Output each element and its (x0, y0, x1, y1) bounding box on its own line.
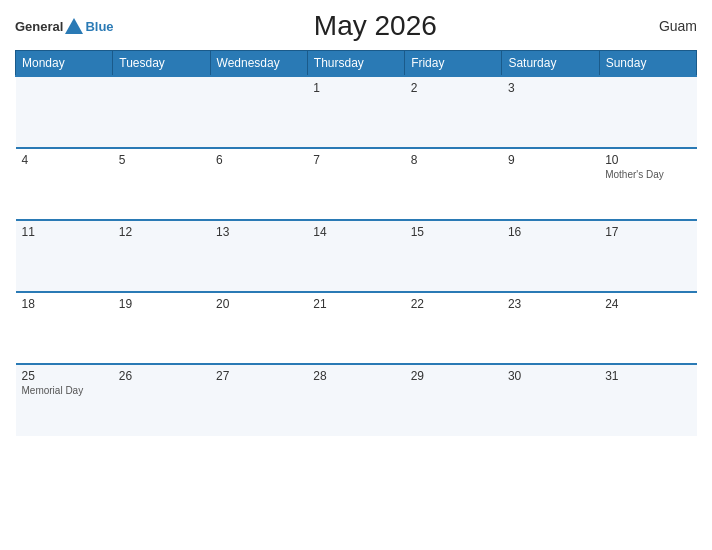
logo: General Blue (15, 18, 114, 34)
weekday-header: Thursday (307, 51, 404, 77)
header: General Blue May 2026 Guam (15, 10, 697, 42)
logo-triangle-icon (65, 18, 83, 34)
calendar-cell (16, 76, 113, 148)
weekday-header: Tuesday (113, 51, 210, 77)
calendar-cell: 20 (210, 292, 307, 364)
day-number: 23 (508, 297, 593, 311)
day-number: 11 (22, 225, 107, 239)
weekday-header: Saturday (502, 51, 599, 77)
calendar-cell: 31 (599, 364, 696, 436)
day-number: 15 (411, 225, 496, 239)
day-number: 26 (119, 369, 204, 383)
calendar-cell: 15 (405, 220, 502, 292)
month-title: May 2026 (114, 10, 637, 42)
calendar-cell: 13 (210, 220, 307, 292)
day-number: 7 (313, 153, 398, 167)
calendar-cell: 2 (405, 76, 502, 148)
day-number: 3 (508, 81, 593, 95)
region-label: Guam (637, 18, 697, 34)
event-label: Memorial Day (22, 385, 107, 396)
calendar-cell: 29 (405, 364, 502, 436)
calendar-row: 11121314151617 (16, 220, 697, 292)
calendar-cell: 5 (113, 148, 210, 220)
day-number: 4 (22, 153, 107, 167)
calendar-row: 18192021222324 (16, 292, 697, 364)
day-number: 16 (508, 225, 593, 239)
day-number: 17 (605, 225, 690, 239)
calendar-row: 45678910Mother's Day (16, 148, 697, 220)
calendar-cell: 12 (113, 220, 210, 292)
calendar-row: 123 (16, 76, 697, 148)
weekday-header: Monday (16, 51, 113, 77)
day-number: 12 (119, 225, 204, 239)
calendar-cell: 11 (16, 220, 113, 292)
day-number: 6 (216, 153, 301, 167)
calendar-cell: 18 (16, 292, 113, 364)
day-number: 14 (313, 225, 398, 239)
calendar-row: 25Memorial Day262728293031 (16, 364, 697, 436)
calendar-cell: 4 (16, 148, 113, 220)
logo-blue-text: Blue (85, 19, 113, 34)
calendar-cell: 30 (502, 364, 599, 436)
weekday-header: Sunday (599, 51, 696, 77)
calendar-page: General Blue May 2026 Guam MondayTuesday… (0, 0, 712, 550)
calendar-cell: 19 (113, 292, 210, 364)
calendar-cell: 27 (210, 364, 307, 436)
calendar-cell: 24 (599, 292, 696, 364)
calendar-cell: 17 (599, 220, 696, 292)
calendar-cell (113, 76, 210, 148)
calendar-cell: 3 (502, 76, 599, 148)
day-number: 20 (216, 297, 301, 311)
calendar-cell (210, 76, 307, 148)
calendar-cell: 6 (210, 148, 307, 220)
day-number: 30 (508, 369, 593, 383)
calendar-cell: 16 (502, 220, 599, 292)
calendar-cell: 8 (405, 148, 502, 220)
day-number: 8 (411, 153, 496, 167)
day-number: 31 (605, 369, 690, 383)
calendar-cell: 23 (502, 292, 599, 364)
day-number: 22 (411, 297, 496, 311)
day-number: 2 (411, 81, 496, 95)
calendar-cell: 14 (307, 220, 404, 292)
calendar-cell: 21 (307, 292, 404, 364)
day-number: 10 (605, 153, 690, 167)
day-number: 27 (216, 369, 301, 383)
day-number: 29 (411, 369, 496, 383)
day-number: 19 (119, 297, 204, 311)
logo-general-text: General (15, 19, 63, 34)
day-number: 1 (313, 81, 398, 95)
day-number: 18 (22, 297, 107, 311)
day-number: 21 (313, 297, 398, 311)
calendar-cell: 22 (405, 292, 502, 364)
day-number: 24 (605, 297, 690, 311)
calendar-cell: 1 (307, 76, 404, 148)
calendar-cell: 7 (307, 148, 404, 220)
calendar-table: MondayTuesdayWednesdayThursdayFridaySatu… (15, 50, 697, 436)
calendar-cell: 28 (307, 364, 404, 436)
day-number: 5 (119, 153, 204, 167)
weekday-header: Wednesday (210, 51, 307, 77)
calendar-cell: 10Mother's Day (599, 148, 696, 220)
day-number: 13 (216, 225, 301, 239)
calendar-cell: 26 (113, 364, 210, 436)
calendar-cell: 25Memorial Day (16, 364, 113, 436)
event-label: Mother's Day (605, 169, 690, 180)
day-number: 28 (313, 369, 398, 383)
calendar-header-row: MondayTuesdayWednesdayThursdayFridaySatu… (16, 51, 697, 77)
calendar-cell: 9 (502, 148, 599, 220)
calendar-cell (599, 76, 696, 148)
day-number: 9 (508, 153, 593, 167)
weekday-header: Friday (405, 51, 502, 77)
day-number: 25 (22, 369, 107, 383)
